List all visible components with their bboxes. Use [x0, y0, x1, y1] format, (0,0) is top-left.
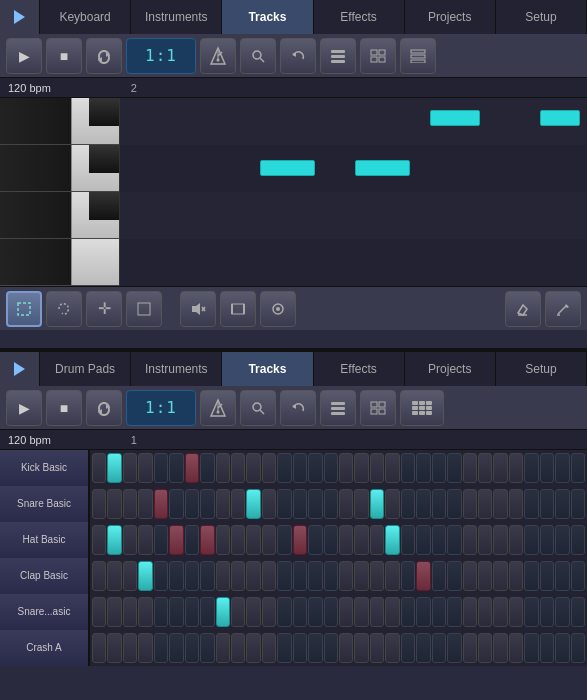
drum-pad[interactable] — [385, 597, 399, 627]
drum-pad[interactable] — [154, 453, 168, 483]
drum-pad[interactable] — [524, 633, 538, 663]
drum-pad[interactable] — [123, 633, 137, 663]
drum-pad[interactable] — [401, 597, 415, 627]
drum-pad[interactable] — [463, 489, 477, 519]
drum-pad[interactable] — [185, 597, 199, 627]
top-play-button[interactable] — [0, 0, 40, 34]
drum-pad[interactable] — [308, 633, 322, 663]
bottom-play-button[interactable] — [0, 352, 40, 386]
drum-pad[interactable] — [154, 633, 168, 663]
top-tab-projects[interactable]: Projects — [405, 0, 496, 34]
drum-pad[interactable] — [200, 633, 214, 663]
drum-pad[interactable] — [463, 561, 477, 591]
drum-pad[interactable] — [432, 561, 446, 591]
drum-pad[interactable] — [478, 633, 492, 663]
drum-pad[interactable] — [169, 489, 183, 519]
drum-pad[interactable] — [216, 633, 230, 663]
drum-pad[interactable] — [447, 453, 461, 483]
top-loop-button[interactable] — [86, 38, 122, 74]
drum-pad[interactable] — [401, 561, 415, 591]
drum-pad[interactable] — [308, 453, 322, 483]
drum-pad[interactable] — [540, 453, 554, 483]
drum-pad[interactable] — [169, 525, 183, 555]
move-tool-button[interactable]: ✛ — [86, 291, 122, 327]
drum-pad[interactable] — [385, 489, 399, 519]
drum-pad[interactable] — [493, 453, 507, 483]
drum-pad[interactable] — [339, 489, 353, 519]
drum-pad[interactable] — [138, 561, 152, 591]
drum-pad[interactable] — [123, 489, 137, 519]
top-tab-keyboard[interactable]: Keyboard — [40, 0, 131, 34]
drum-pad[interactable] — [555, 633, 569, 663]
midi-block[interactable] — [355, 160, 410, 176]
drum-pad[interactable] — [293, 633, 307, 663]
drum-pad[interactable] — [416, 597, 430, 627]
drum-pad[interactable] — [169, 597, 183, 627]
drum-pad[interactable] — [524, 597, 538, 627]
bottom-tab-setup[interactable]: Setup — [496, 352, 587, 386]
drum-pad[interactable] — [432, 489, 446, 519]
drum-pad[interactable] — [385, 633, 399, 663]
drum-pad[interactable] — [416, 633, 430, 663]
bottom-tab-drum-pads[interactable]: Drum Pads — [40, 352, 131, 386]
drum-pad[interactable] — [493, 597, 507, 627]
drum-pad[interactable] — [185, 489, 199, 519]
drum-pad[interactable] — [107, 633, 121, 663]
drum-pad[interactable] — [540, 525, 554, 555]
bottom-stop-button[interactable]: ■ — [46, 390, 82, 426]
drum-pad[interactable] — [509, 453, 523, 483]
drum-pad[interactable] — [262, 453, 276, 483]
drum-pad[interactable] — [216, 561, 230, 591]
drum-pad[interactable] — [308, 597, 322, 627]
drum-pad[interactable] — [293, 525, 307, 555]
drum-pad[interactable] — [107, 489, 121, 519]
bottom-tab-effects[interactable]: Effects — [314, 352, 405, 386]
drum-pad[interactable] — [493, 633, 507, 663]
drum-pad[interactable] — [555, 453, 569, 483]
drum-pad[interactable] — [432, 453, 446, 483]
drum-pad[interactable] — [107, 597, 121, 627]
drum-pad[interactable] — [231, 453, 245, 483]
top-metronome-button[interactable] — [200, 38, 236, 74]
resize-tool-button[interactable] — [126, 291, 162, 327]
drum-pad[interactable] — [154, 561, 168, 591]
drum-pad[interactable] — [231, 525, 245, 555]
drum-pad[interactable] — [571, 597, 585, 627]
erase-tool-button[interactable] — [505, 291, 541, 327]
drum-pad[interactable] — [324, 597, 338, 627]
drum-pad[interactable] — [524, 489, 538, 519]
drum-pad[interactable] — [231, 489, 245, 519]
drum-pad[interactable] — [277, 561, 291, 591]
drum-pad[interactable] — [555, 525, 569, 555]
top-grid1-button[interactable] — [320, 38, 356, 74]
top-grid3-button[interactable] — [400, 38, 436, 74]
drum-pad[interactable] — [540, 597, 554, 627]
bottom-undo-button[interactable] — [280, 390, 316, 426]
drum-pad[interactable] — [339, 453, 353, 483]
drum-pad[interactable] — [571, 453, 585, 483]
midi-block[interactable] — [540, 110, 580, 126]
drum-pad[interactable] — [200, 525, 214, 555]
drum-pad[interactable] — [571, 633, 585, 663]
bottom-grid3-button[interactable] — [400, 390, 444, 426]
drum-pad[interactable] — [138, 453, 152, 483]
drum-pad[interactable] — [555, 561, 569, 591]
drum-pad[interactable] — [185, 633, 199, 663]
drum-pad[interactable] — [370, 489, 384, 519]
drum-pad[interactable] — [447, 633, 461, 663]
snap-button[interactable] — [260, 291, 296, 327]
drum-pad[interactable] — [354, 597, 368, 627]
drum-pad[interactable] — [493, 561, 507, 591]
drum-pad[interactable] — [92, 453, 106, 483]
drum-pad[interactable] — [432, 597, 446, 627]
drum-pad[interactable] — [262, 561, 276, 591]
drum-pad[interactable] — [416, 489, 430, 519]
drum-pad[interactable] — [339, 561, 353, 591]
drum-pad[interactable] — [401, 525, 415, 555]
drum-pad[interactable] — [246, 525, 260, 555]
drum-pad[interactable] — [107, 525, 121, 555]
drum-pad[interactable] — [370, 525, 384, 555]
bottom-tab-projects[interactable]: Projects — [405, 352, 496, 386]
drum-pad[interactable] — [185, 453, 199, 483]
drum-pad[interactable] — [92, 525, 106, 555]
